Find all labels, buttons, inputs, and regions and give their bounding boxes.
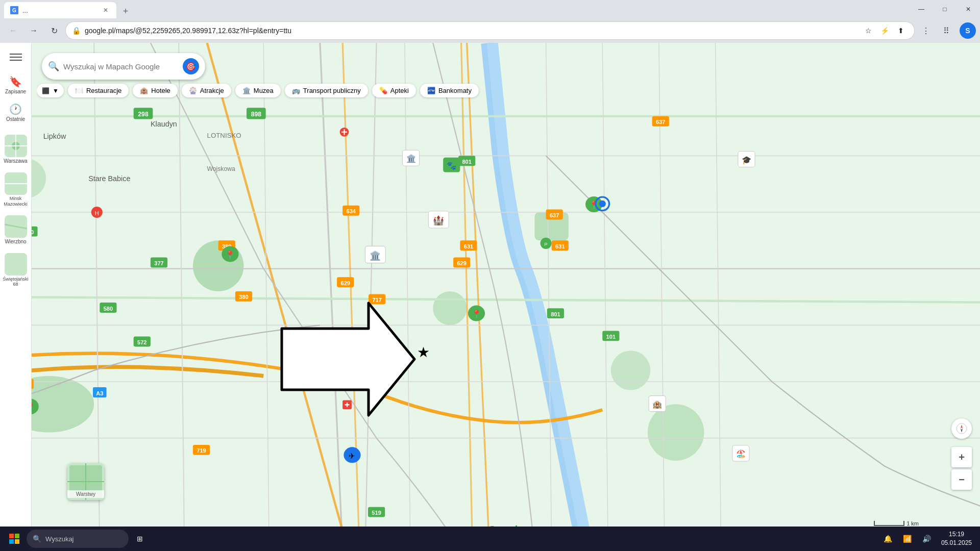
svg-point-19	[611, 350, 650, 390]
map-area[interactable]: 298 898 801 634 634 629	[32, 43, 980, 551]
zoom-in-button[interactable]: +	[951, 447, 972, 467]
search-input[interactable]	[63, 62, 179, 71]
svg-text:101: 101	[606, 334, 616, 340]
svg-text:H: H	[95, 210, 99, 216]
sidebar-item-swietojanski[interactable]: Świętojański68	[0, 249, 31, 292]
svg-rect-13	[5, 253, 27, 276]
svg-text:898: 898	[251, 111, 262, 118]
svg-text:637: 637	[656, 119, 665, 125]
new-tab-button[interactable]: +	[118, 4, 133, 18]
svg-text:📍: 📍	[225, 250, 235, 260]
minimize-button[interactable]: —	[910, 0, 933, 18]
sidebar-minsk-label: MinskMazowiecki	[4, 196, 28, 207]
map-controls: + −	[951, 418, 972, 490]
svg-text:Stare Babice: Stare Babice	[88, 174, 130, 183]
zoom-out-button[interactable]: −	[951, 469, 972, 490]
taskbar-network-icon[interactable]: 📶	[898, 530, 917, 548]
compass-button[interactable]	[951, 418, 972, 439]
svg-text:LOTNISKO: LOTNISKO	[207, 132, 241, 139]
svg-rect-142	[15, 534, 19, 538]
svg-rect-60	[32, 379, 34, 389]
maximize-button[interactable]: □	[933, 0, 957, 18]
start-button[interactable]	[4, 529, 24, 549]
svg-point-20	[648, 404, 704, 461]
scale-line	[874, 521, 904, 526]
svg-text:🏰: 🏰	[433, 215, 445, 226]
chip-restauracje[interactable]: 🍽️ Restauracje	[68, 84, 129, 97]
taskbar-time[interactable]: 15:19 05.01.2025	[937, 528, 976, 549]
warszawa-thumbnail	[5, 135, 27, 157]
extension-icon[interactable]: ⚡	[877, 23, 892, 38]
taskbar-search-bar[interactable]: 🔍 Wyszukaj	[27, 530, 129, 548]
back-button[interactable]: ←	[4, 21, 22, 40]
chip-bankomaty[interactable]: 🏧 Bankomaty	[420, 84, 479, 97]
address-bar-row: ← → ↻ 🔒 google.pl/maps/@52,2259265,20.98…	[0, 18, 980, 43]
transport-icon: 🚌	[292, 87, 300, 94]
layers-thumbnail[interactable]: Warstwy	[67, 463, 104, 500]
svg-rect-143	[9, 539, 14, 544]
svg-text:631: 631	[555, 243, 565, 249]
sidebar-menu-button[interactable]	[6, 47, 26, 67]
chip-hotele[interactable]: 🏨 Hotele	[133, 84, 178, 97]
sidebar-item-saved[interactable]: 🔖 Zapisane	[0, 71, 31, 99]
map-type-chip[interactable]: ⬛ ▼	[37, 84, 64, 97]
sidebar-warszawa-label: Warszawa	[4, 158, 27, 164]
lock-icon: 🔒	[72, 27, 81, 35]
svg-text:Lipków: Lipków	[43, 132, 66, 140]
wierzbno-thumbnail	[5, 215, 27, 238]
locate-icon[interactable]: 🎯	[183, 58, 199, 74]
minsk-thumbnail	[5, 172, 27, 195]
svg-text:377: 377	[154, 260, 163, 266]
tab-title: ...	[22, 7, 97, 14]
svg-text:801: 801	[462, 159, 471, 165]
extensions-button[interactable]: ⋮	[917, 21, 935, 40]
taskbar-search-text: Wyszukaj	[45, 535, 74, 543]
sidebar-saved-label: Zapisane	[5, 89, 26, 95]
apps-grid-button[interactable]: ⠿	[937, 21, 955, 40]
taskbar: 🔍 Wyszukaj ⊞ 🔔 📶 🔊 15:19 05.01.2025	[0, 527, 980, 551]
svg-text:🏖️: 🏖️	[736, 449, 746, 459]
layers-icon: ⬛	[42, 87, 50, 94]
taskbar-task-view-button[interactable]: ⊞	[131, 530, 149, 548]
chip-transport[interactable]: 🚌 Transport publiczny	[285, 84, 368, 97]
sidebar-item-recent[interactable]: 🕐 Ostatnie	[0, 99, 31, 127]
svg-point-121	[599, 201, 606, 207]
attractions-icon: 🎡	[189, 87, 197, 94]
address-bar-icons: ☆ ⚡ ⬆	[861, 23, 908, 38]
sidebar-item-warszawa[interactable]: Warszawa	[0, 131, 31, 168]
svg-text:G: G	[12, 8, 16, 13]
svg-text:801: 801	[551, 311, 560, 317]
swietojanski-thumbnail	[5, 253, 27, 276]
chip-apteki[interactable]: 💊 Apteki	[372, 84, 416, 97]
museum-icon: 🏛️	[242, 87, 251, 94]
taskbar-volume-icon[interactable]: 🔊	[918, 530, 936, 548]
svg-text:🎓: 🎓	[742, 155, 752, 165]
atm-icon: 🏧	[427, 87, 435, 94]
taskbar-system-icons: 🔔 📶 🔊 15:19 05.01.2025	[879, 528, 976, 549]
map-background: 298 898 801 634 634 629	[32, 43, 980, 551]
chips-row: ⬛ ▼ 🍽️ Restauracje 🏨 Hotele 🎡 Atrakcje	[37, 80, 776, 102]
forward-button[interactable]: →	[24, 21, 43, 40]
address-bar[interactable]: 🔒 google.pl/maps/@52,2259265,20.989917,1…	[65, 21, 915, 40]
search-bar[interactable]: 🔍 🎯	[42, 53, 205, 80]
main-content: 🔖 Zapisane 🕐 Ostatnie Warszawa MinskMazo…	[0, 43, 980, 551]
layers-label: Warstwy	[76, 491, 95, 497]
tab-close-button[interactable]: ✕	[101, 6, 110, 15]
svg-rect-141	[9, 534, 14, 538]
share-icon[interactable]: ⬆	[894, 23, 908, 38]
close-button[interactable]: ✕	[957, 0, 980, 18]
chip-muzea[interactable]: 🏛️ Muzea	[235, 84, 281, 97]
svg-text:📍: 📍	[472, 309, 482, 319]
bookmark-icon[interactable]: ☆	[861, 23, 875, 38]
profile-button[interactable]: S	[960, 22, 976, 39]
url-text: google.pl/maps/@52,2259265,20.989917,12.…	[85, 27, 857, 35]
chip-atrakcje[interactable]: 🎡 Atrakcje	[182, 84, 231, 97]
sidebar-item-minsk[interactable]: MinskMazowiecki	[0, 168, 31, 211]
svg-rect-4	[10, 60, 22, 61]
taskbar-notification-icon[interactable]: 🔔	[879, 530, 897, 548]
sidebar-item-wierzbno[interactable]: Wierzbno	[0, 211, 31, 249]
reload-button[interactable]: ↻	[45, 21, 63, 40]
bookmark-sidebar-icon: 🔖	[10, 76, 22, 88]
svg-text:580: 580	[104, 306, 113, 312]
active-tab[interactable]: G ... ✕	[4, 2, 116, 18]
